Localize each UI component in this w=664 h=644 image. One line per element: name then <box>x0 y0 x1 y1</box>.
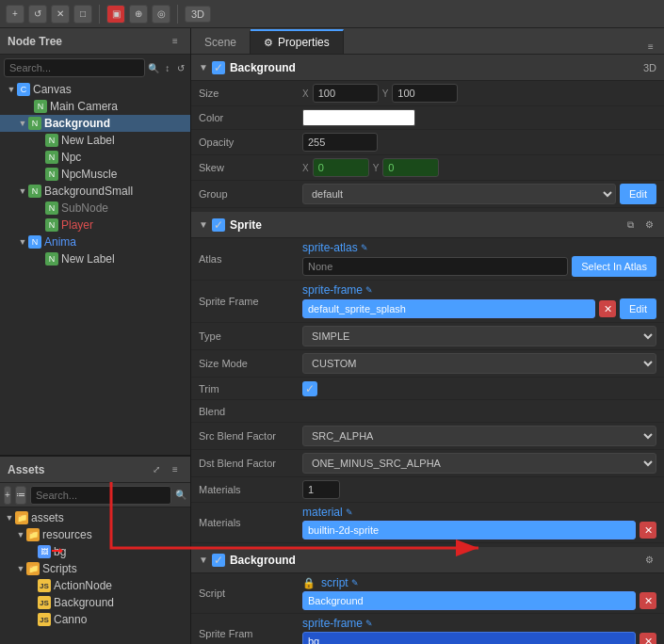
node-tree-title: Node Tree <box>8 35 168 48</box>
group-label: Group <box>199 188 302 200</box>
tree-item-background[interactable]: ▼ N Background <box>0 115 190 132</box>
sprite-copy-icon[interactable]: ⧉ <box>623 217 638 233</box>
refresh-nodes-icon[interactable]: ↺ <box>176 59 187 76</box>
asset-item-actionnode[interactable]: JS ActionNode <box>0 577 190 594</box>
background-label: Background <box>44 117 110 130</box>
node-tree-menu-icon[interactable]: ≡ <box>168 34 183 49</box>
svg-marker-1 <box>59 548 63 554</box>
node-tree-search-input[interactable] <box>4 58 145 77</box>
circle-icon[interactable]: ⊕ <box>129 5 148 24</box>
tree-item-new-label-1[interactable]: N New Label <box>0 132 190 149</box>
sprite-frame-row: Sprite Frame sprite-frame ✎ ✕ Edit <box>191 281 664 323</box>
tree-item-anima[interactable]: ▼ N Anima <box>0 233 190 250</box>
player-icon: N <box>45 218 58 232</box>
tree-item-npcmuscle[interactable]: N NpcMuscle <box>0 166 190 183</box>
assets-panel: Assets ⤢ ≡ + ≔ 🔍 ▼ 📁 assets <box>0 456 190 644</box>
size-x-input[interactable] <box>313 84 379 103</box>
tree-item-backgroundsmall[interactable]: ▼ N BackgroundSmall <box>0 183 190 200</box>
refresh-icon[interactable]: ↺ <box>28 5 47 24</box>
main-camera-icon: N <box>34 100 47 113</box>
src-blend-select[interactable]: SRC_ALPHA <box>302 426 656 446</box>
atlas-select-button[interactable]: Select In Atlas <box>572 256 656 277</box>
asset-item-background-js[interactable]: JS Background <box>0 594 190 611</box>
group-select[interactable]: default <box>302 184 616 204</box>
materials-input[interactable] <box>302 521 636 539</box>
materials-count-input[interactable] <box>302 480 340 499</box>
tab-properties[interactable]: ⚙ Properties <box>251 29 344 54</box>
sort-icon[interactable]: ↕ <box>162 59 173 76</box>
background-section-header[interactable]: ▼ ✓ Background 3D <box>191 55 664 81</box>
opacity-input[interactable] <box>302 133 378 152</box>
sprite-fram-clear-button[interactable]: ✕ <box>640 633 656 644</box>
sprite-gear-icon[interactable]: ⚙ <box>641 217 656 233</box>
skew-y-input[interactable] <box>382 158 439 177</box>
assets-add-icon[interactable]: + <box>4 486 11 505</box>
actionnode-label: ActionNode <box>54 579 112 592</box>
main-camera-label: Main Camera <box>50 100 118 113</box>
search-icon[interactable]: 🔍 <box>148 59 159 76</box>
background-checkbox[interactable]: ✓ <box>212 61 225 74</box>
asset-item-canno[interactable]: JS Canno <box>0 611 190 628</box>
asset-item-resources[interactable]: ▼ 📁 resources <box>0 526 190 543</box>
tab-scene[interactable]: Scene <box>191 31 251 54</box>
add-icon[interactable]: + <box>6 5 24 24</box>
materials-clear-button[interactable]: ✕ <box>640 522 656 539</box>
assets-title: Assets <box>8 463 149 476</box>
size-mode-row: Size Mode CUSTOM <box>191 350 664 378</box>
subnode-icon: N <box>45 201 58 215</box>
npc-label: Npc <box>61 151 81 164</box>
3d-button[interactable]: 3D <box>185 6 211 23</box>
asset-item-scripts-folder[interactable]: ▼ 📁 Scripts <box>0 560 190 577</box>
skew-x-input[interactable] <box>313 158 369 177</box>
sprite-frame-label: Sprite Frame <box>199 296 302 307</box>
script-input[interactable] <box>302 591 636 610</box>
bg-gear-icon[interactable]: ⚙ <box>641 553 656 568</box>
sprite-section-header[interactable]: ▼ ✓ Sprite ⧉ ⚙ <box>191 212 664 238</box>
size-y-input[interactable] <box>392 84 458 103</box>
bg-component-checkbox[interactable]: ✓ <box>212 554 225 567</box>
sprite-checkbox[interactable]: ✓ <box>212 218 225 232</box>
properties-icon: ⚙ <box>264 37 273 49</box>
target-icon[interactable]: ◎ <box>152 5 170 24</box>
tree-item-player[interactable]: N Player <box>0 217 190 233</box>
sprite-frame-edit-button[interactable]: Edit <box>620 298 656 319</box>
src-blend-value: SRC_ALPHA <box>302 426 656 446</box>
rect-icon[interactable]: □ <box>73 5 92 24</box>
close-icon[interactable]: ✕ <box>51 5 70 24</box>
anima-label: Anima <box>44 235 76 249</box>
resources-icon: 📁 <box>26 528 40 541</box>
asset-item-bg[interactable]: 🖼 bg <box>0 543 190 560</box>
tab-bar-menu[interactable]: ≡ <box>643 39 658 54</box>
tree-item-main-camera[interactable]: N Main Camera <box>0 98 190 115</box>
assets-expand-icon[interactable]: ⤢ <box>149 462 164 477</box>
script-clear-button[interactable]: ✕ <box>640 592 656 609</box>
tree-item-new-label-2[interactable]: N New Label <box>0 250 190 267</box>
atlas-input[interactable] <box>302 257 568 276</box>
materials-field-label: Materials <box>199 517 302 528</box>
color-swatch[interactable] <box>302 109 415 126</box>
assets-sort-icon[interactable]: ≔ <box>15 486 26 505</box>
sprite-fram-input[interactable] <box>302 632 636 644</box>
active-icon[interactable]: ▣ <box>106 5 125 24</box>
asset-item-assets[interactable]: ▼ 📁 assets <box>0 509 190 526</box>
size-mode-select[interactable]: CUSTOM <box>302 353 656 374</box>
bg-icon: 🖼 <box>38 545 51 558</box>
tree-item-subnode[interactable]: N SubNode <box>0 200 190 217</box>
assets-search-input[interactable] <box>30 486 171 505</box>
sprite-fram-link-text: sprite-frame <box>302 617 363 630</box>
type-select[interactable]: SIMPLE <box>302 326 656 346</box>
sprite-frame-clear-button[interactable]: ✕ <box>599 300 616 317</box>
assets-menu-icon[interactable]: ≡ <box>168 462 183 477</box>
canvas-arrow: ▼ <box>6 85 17 94</box>
sprite-section-title: Sprite <box>230 218 619 232</box>
trim-checkbox[interactable]: ✓ <box>302 381 317 396</box>
sprite-frame-input[interactable] <box>302 299 595 318</box>
sprite-section-arrow: ▼ <box>199 219 208 230</box>
group-edit-button[interactable]: Edit <box>620 184 656 204</box>
assets-search-icon[interactable]: 🔍 <box>175 487 186 504</box>
tree-item-canvas[interactable]: ▼ C Canvas <box>0 81 190 98</box>
color-label: Color <box>199 112 302 123</box>
bg-component-header[interactable]: ▼ ✓ Background ⚙ <box>191 547 664 573</box>
tree-item-npc[interactable]: N Npc <box>0 149 190 166</box>
dst-blend-select[interactable]: ONE_MINUS_SRC_ALPHA <box>302 453 656 474</box>
